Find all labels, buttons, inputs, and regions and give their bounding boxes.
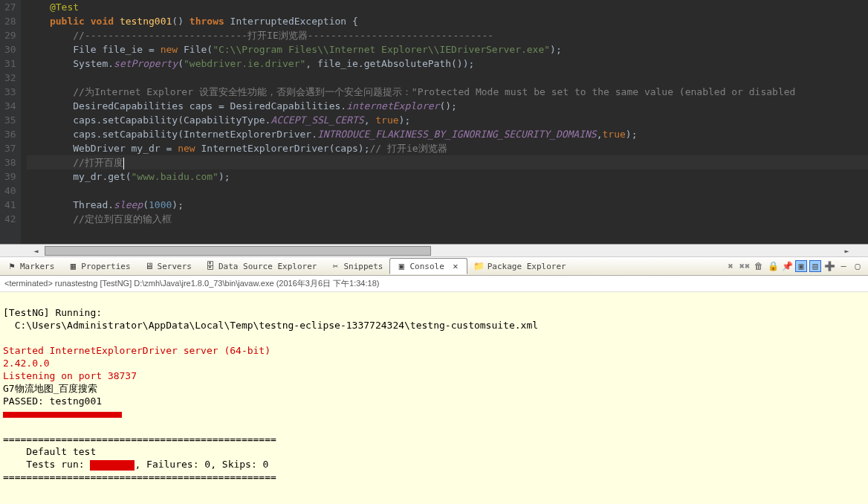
remove-launch-icon[interactable]: ✖ <box>725 260 736 272</box>
console-line: Default test <box>3 446 96 457</box>
dse-icon: 🗄 <box>205 261 216 271</box>
snippets-icon: ✂ <box>330 261 340 271</box>
console-line: Listening on port 38737 <box>3 370 137 381</box>
markers-icon: ⚑ <box>7 261 17 271</box>
scrollbar-thumb[interactable] <box>45 246 431 256</box>
tab-label: Data Source Explorer <box>218 262 317 271</box>
minimize-icon[interactable]: — <box>838 260 849 272</box>
new-console-icon[interactable]: ➕ <box>823 260 835 272</box>
console-line: Started InternetExplorerDriver server (6… <box>3 345 271 356</box>
tab-servers[interactable]: 🖥Servers <box>137 258 198 274</box>
pkg-icon: 📁 <box>474 261 485 271</box>
tab-properties[interactable]: ▦Properties <box>61 258 137 274</box>
tab-label: Markers <box>20 262 54 271</box>
tab-console[interactable]: ▣Console✕ <box>389 258 467 274</box>
scroll-lock-icon[interactable]: 🔒 <box>767 260 779 272</box>
line-gutter: 27282930313233343536373839404142 <box>0 0 21 244</box>
pin-icon[interactable]: 📌 <box>781 260 793 272</box>
tab-label: Properties <box>81 262 130 271</box>
tab-label: Console <box>409 262 444 271</box>
console-line: G7物流地图_百度搜索 <box>3 383 97 394</box>
tab-package-explorer[interactable]: 📁Package Explorer <box>467 258 573 274</box>
console-line: Tests run: , Failures: 0, Skips: 0 <box>3 459 268 470</box>
clear-icon[interactable]: 🗑 <box>753 260 765 272</box>
scroll-left-arrow[interactable]: ◄ <box>30 245 42 257</box>
console-line: ========================================… <box>3 471 276 482</box>
code-content[interactable]: @Test public void testng001() throws Int… <box>21 0 868 244</box>
servers-icon: 🖥 <box>144 261 155 271</box>
remove-all-icon[interactable]: ✖✖ <box>739 260 751 272</box>
horizontal-scrollbar[interactable]: ◄ ► <box>0 244 868 256</box>
open-console-icon[interactable]: ▤ <box>809 260 821 272</box>
close-icon[interactable]: ✕ <box>450 261 461 271</box>
scroll-right-arrow[interactable]: ► <box>841 245 853 257</box>
console-line: 2.42.0.0 <box>3 358 50 369</box>
display-selected-icon[interactable]: ▣ <box>795 260 807 272</box>
console-output[interactable]: [TestNG] Running: C:\Users\Administrator… <box>0 292 868 504</box>
tab-markers[interactable]: ⚑Markers <box>0 258 61 274</box>
code-editor[interactable]: 27282930313233343536373839404142 @Test p… <box>0 0 868 256</box>
tab-data-source-explorer[interactable]: 🗄Data Source Explorer <box>198 258 323 274</box>
console-line: PASSED: testng001 <box>3 395 102 407</box>
tab-label: Snippets <box>343 262 383 271</box>
console-icon: ▣ <box>396 261 407 271</box>
tab-label: Servers <box>158 262 192 271</box>
tab-label: Package Explorer <box>488 262 566 271</box>
tab-snippets[interactable]: ✂Snippets <box>323 258 389 274</box>
console-status: <terminated> runastestng [TestNG] D:\zmh… <box>0 276 868 292</box>
redaction <box>90 460 135 471</box>
maximize-icon[interactable]: ▢ <box>852 260 864 272</box>
console-line: ========================================… <box>3 433 276 445</box>
redaction <box>3 412 122 418</box>
console-line: [TestNG] Running: <box>3 307 102 318</box>
properties-icon: ▦ <box>68 261 78 271</box>
console-toolbar: ✖ ✖✖ 🗑 🔒 📌 ▣ ▤ ➕ — ▢ <box>725 260 868 272</box>
console-line: C:\Users\Administrator\AppData\Local\Tem… <box>3 320 538 331</box>
bottom-tabbar: ⚑Markers ▦Properties 🖥Servers 🗄Data Sour… <box>0 256 868 276</box>
